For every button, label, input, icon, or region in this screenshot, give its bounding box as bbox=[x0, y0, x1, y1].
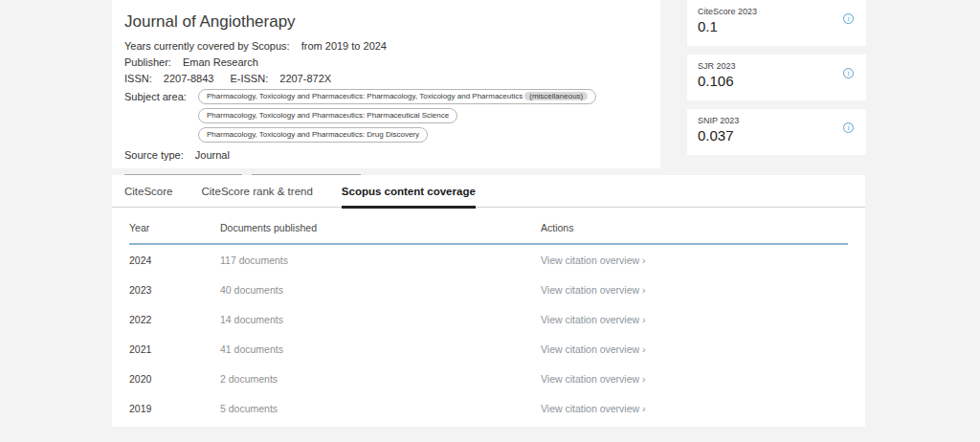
subject-chip-list: Pharmacology, Toxicology and Pharmaceuti… bbox=[198, 89, 647, 143]
row-documents: 40 documents bbox=[220, 284, 541, 296]
sjr-label: SJR 2023 bbox=[698, 61, 856, 71]
subject-chip[interactable]: Pharmacology, Toxicology and Pharmaceuti… bbox=[198, 89, 596, 104]
snip-value: 0.037 bbox=[698, 127, 856, 144]
snip-label: SNIP 2023 bbox=[698, 116, 856, 125]
tab-citescore[interactable]: CiteScore bbox=[124, 186, 173, 207]
row-documents: 5 documents bbox=[220, 403, 541, 414]
row-documents: 41 documents bbox=[220, 343, 541, 355]
view-citation-overview-link[interactable]: View citation overview › bbox=[541, 284, 848, 296]
view-citation-overview-link[interactable]: View citation overview › bbox=[541, 403, 848, 414]
info-icon[interactable]: i bbox=[843, 122, 854, 133]
table-row: 2021 41 documents View citation overview… bbox=[129, 334, 848, 364]
row-year: 2023 bbox=[129, 284, 220, 296]
table-row: 2023 40 documents View citation overview… bbox=[129, 275, 848, 304]
table-row: 2019 5 documents View citation overview … bbox=[129, 393, 848, 423]
table-row: 2020 2 documents View citation overview … bbox=[129, 364, 848, 393]
row-documents: 117 documents bbox=[220, 254, 541, 266]
source-type-line: Source type: Journal bbox=[124, 147, 647, 164]
row-year: 2022 bbox=[129, 314, 220, 325]
row-documents: 2 documents bbox=[220, 373, 541, 385]
coverage-value: from 2019 to 2024 bbox=[301, 40, 387, 52]
view-citation-overview-link[interactable]: View citation overview › bbox=[541, 314, 848, 325]
column-header-year: Year bbox=[129, 222, 220, 233]
table-row: 2024 117 documents View citation overvie… bbox=[129, 245, 848, 275]
citescore-metric-card: CiteScore 2023 0.1 i bbox=[687, 0, 866, 46]
issn-label: ISSN: bbox=[124, 73, 152, 84]
snip-metric-card: SNIP 2023 0.037 i bbox=[687, 109, 866, 155]
subject-area-row: Subject area: Pharmacology, Toxicology a… bbox=[124, 89, 647, 143]
source-type-value: Journal bbox=[195, 149, 230, 161]
publisher-label: Publisher: bbox=[124, 56, 171, 68]
column-header-documents: Documents published bbox=[220, 222, 541, 233]
view-citation-overview-link[interactable]: View citation overview › bbox=[541, 343, 848, 355]
row-year: 2024 bbox=[129, 254, 220, 266]
subject-area-label: Subject area: bbox=[124, 89, 189, 143]
issn-value: 2207-8843 bbox=[164, 73, 214, 84]
coverage-line: Years currently covered by Scopus: from … bbox=[124, 38, 647, 55]
row-year: 2021 bbox=[129, 343, 220, 355]
journal-title: Journal of Angiotherapy bbox=[124, 12, 647, 32]
publisher-line: Publisher: Eman Research bbox=[124, 55, 647, 71]
tab-citescore-rank-trend[interactable]: CiteScore rank & trend bbox=[202, 186, 313, 207]
table-header-row: Year Documents published Actions bbox=[129, 208, 848, 245]
eissn-value: 2207-872X bbox=[279, 73, 331, 84]
subject-chip[interactable]: Pharmacology, Toxicology and Pharmaceuti… bbox=[198, 127, 428, 143]
info-icon[interactable]: i bbox=[843, 68, 854, 78]
tab-bar: CiteScore CiteScore rank & trend Scopus … bbox=[112, 175, 865, 208]
documents-table: Year Documents published Actions 2024 11… bbox=[129, 208, 848, 423]
citescore-label: CiteScore 2023 bbox=[698, 7, 856, 16]
scopus-content-coverage-card: CiteScore CiteScore rank & trend Scopus … bbox=[112, 175, 865, 427]
journal-info-card: Journal of Angiotherapy Years currently … bbox=[112, 0, 660, 168]
row-year: 2020 bbox=[129, 373, 220, 385]
sjr-metric-card: SJR 2023 0.106 i bbox=[687, 55, 866, 100]
issn-line: ISSN: 2207-8843 E-ISSN: 2207-872X bbox=[124, 71, 647, 87]
sjr-value: 0.106 bbox=[698, 73, 856, 89]
chip-suffix-badge: (miscellaneous) bbox=[524, 92, 588, 100]
coverage-label: Years currently covered by Scopus: bbox=[124, 40, 290, 52]
subject-chip[interactable]: Pharmacology, Toxicology and Pharmaceuti… bbox=[198, 108, 457, 123]
row-year: 2019 bbox=[129, 403, 220, 414]
table-row: 2022 14 documents View citation overview… bbox=[129, 304, 848, 334]
citescore-value: 0.1 bbox=[698, 18, 856, 34]
eissn-label: E-ISSN: bbox=[230, 73, 268, 84]
view-citation-overview-link[interactable]: View citation overview › bbox=[541, 254, 848, 266]
view-citation-overview-link[interactable]: View citation overview › bbox=[541, 373, 848, 385]
info-icon[interactable]: i bbox=[843, 13, 854, 24]
column-header-actions: Actions bbox=[541, 222, 848, 233]
tab-scopus-content-coverage[interactable]: Scopus content coverage bbox=[342, 186, 476, 209]
publisher-value: Eman Research bbox=[183, 56, 258, 68]
source-type-label: Source type: bbox=[124, 149, 184, 161]
row-documents: 14 documents bbox=[220, 314, 541, 325]
